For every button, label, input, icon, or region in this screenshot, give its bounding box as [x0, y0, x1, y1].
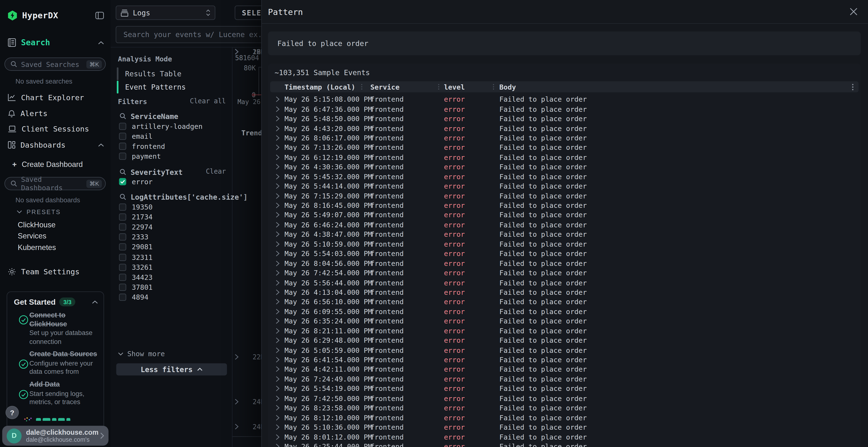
expand-chevron-icon[interactable]: [270, 125, 284, 131]
sidebar-item-team-settings[interactable]: Team Settings: [8, 266, 104, 277]
filter-checkbox-row[interactable]: frontend: [119, 142, 165, 151]
filter-checkbox-row[interactable]: 29081: [119, 243, 153, 251]
expand-chevron-icon[interactable]: [270, 405, 284, 411]
checkbox-unchecked[interactable]: [119, 294, 126, 301]
event-row[interactable]: May 26 6:46:24.000 PM frontend error Fai…: [270, 220, 859, 230]
event-row[interactable]: May 26 6:35:24.000 PM frontend error Fai…: [270, 316, 859, 326]
event-row[interactable]: May 26 6:25:44.000 PM frontend error Fai…: [270, 442, 859, 447]
checkbox-unchecked[interactable]: [119, 233, 126, 241]
sidebar-item-alerts[interactable]: Alerts: [8, 108, 104, 119]
expand-chevron-icon[interactable]: [270, 347, 284, 353]
filter-checkbox-row[interactable]: 19350: [119, 202, 153, 211]
expand-chevron-icon[interactable]: [270, 106, 284, 112]
event-row[interactable]: May 26 5:10:59.000 PM frontend error Fai…: [270, 239, 859, 249]
filter-checkbox-row[interactable]: 32311: [119, 253, 153, 262]
event-row[interactable]: May 26 6:09:55.000 PM frontend error Fai…: [270, 307, 859, 316]
event-row[interactable]: May 26 4:43:20.000 PM frontend error Fai…: [270, 124, 859, 133]
create-dashboard-button[interactable]: + Create Dashboard: [12, 159, 104, 170]
event-row[interactable]: May 26 8:12:10.000 PM frontend error Fai…: [270, 413, 859, 422]
event-row[interactable]: May 26 5:05:59.000 PM frontend error Fai…: [270, 345, 859, 355]
mode-event-patterns[interactable]: Event Patterns: [117, 81, 186, 94]
column-resize-handle-icon[interactable]: [438, 83, 444, 90]
expand-chevron-icon[interactable]: [235, 399, 239, 405]
event-row[interactable]: May 26 7:24:49.000 PM frontend error Fai…: [270, 374, 859, 384]
event-row[interactable]: May 26 5:45:32.000 PM frontend error Fai…: [270, 172, 859, 181]
expand-chevron-icon[interactable]: [270, 395, 284, 401]
checkbox-checked[interactable]: [119, 178, 126, 185]
event-row[interactable]: May 26 8:23:58.000 PM frontend error Fai…: [270, 403, 859, 413]
saved-searches-input[interactable]: Saved Searches ⌘K: [4, 58, 105, 71]
filter-checkbox-row[interactable]: 2333: [119, 233, 149, 242]
expand-chevron-icon[interactable]: [270, 135, 284, 141]
event-row[interactable]: May 26 5:44:14.000 PM frontend error Fai…: [270, 181, 859, 191]
expand-chevron-icon[interactable]: [270, 183, 284, 189]
expand-chevron-icon[interactable]: [270, 376, 284, 382]
clear-link[interactable]: Clear: [206, 168, 226, 175]
expand-chevron-icon[interactable]: [270, 414, 284, 420]
event-row[interactable]: May 26 8:16:45.000 PM frontend error Fai…: [270, 201, 859, 210]
expand-chevron-icon[interactable]: [270, 328, 284, 334]
chevron-up-icon[interactable]: [98, 143, 104, 147]
table-options-menu-icon[interactable]: [846, 83, 859, 91]
expand-chevron-icon[interactable]: [270, 280, 284, 286]
preset-item[interactable]: Kubernetes: [18, 243, 56, 252]
search-icon[interactable]: [120, 113, 126, 119]
expand-chevron-icon[interactable]: [270, 443, 284, 447]
checkbox-unchecked[interactable]: [119, 203, 126, 210]
get-started-item[interactable]: Create Data Sources Configure where your…: [29, 350, 100, 376]
event-row[interactable]: May 26 8:01:12.000 PM frontend error Fai…: [270, 432, 859, 442]
filter-checkbox-row[interactable]: payment: [119, 152, 161, 161]
filter-checkbox-row[interactable]: 34423: [119, 273, 153, 282]
expand-chevron-icon[interactable]: [270, 241, 284, 247]
expand-chevron-icon[interactable]: [270, 193, 284, 199]
sidebar-item-chart-explorer[interactable]: Chart Explorer: [8, 92, 104, 103]
event-row[interactable]: May 26 5:56:44.000 PM frontend error Fai…: [270, 278, 859, 287]
expand-chevron-icon[interactable]: [270, 357, 284, 363]
search-icon[interactable]: [120, 169, 126, 175]
filter-checkbox-row-error[interactable]: error: [119, 177, 153, 186]
expand-chevron-icon[interactable]: [270, 424, 284, 430]
expand-chevron-icon[interactable]: [270, 164, 284, 170]
get-started-item[interactable]: Connect to ClickHouse Set up your databa…: [29, 311, 100, 346]
sidebar-item-search[interactable]: Search: [8, 37, 104, 48]
expand-chevron-icon[interactable]: [270, 96, 284, 102]
expand-chevron-icon[interactable]: [270, 173, 284, 179]
search-icon[interactable]: [120, 194, 126, 200]
preset-item[interactable]: Services: [18, 232, 46, 241]
checkbox-unchecked[interactable]: [119, 223, 126, 231]
source-select[interactable]: Logs: [116, 5, 215, 20]
event-row[interactable]: May 26 8:04:56.000 PM frontend error Fai…: [270, 259, 859, 268]
saved-dashboards-input[interactable]: Saved Dashboards ⌘K: [4, 177, 105, 190]
expand-chevron-icon[interactable]: [270, 337, 284, 343]
event-row[interactable]: May 26 7:13:26.000 PM frontend error Fai…: [270, 143, 859, 152]
checkbox-unchecked[interactable]: [119, 213, 126, 220]
event-row[interactable]: May 26 6:56:10.000 PM frontend error Fai…: [270, 297, 859, 307]
sidebar-item-dashboards[interactable]: Dashboards: [8, 139, 104, 150]
expand-chevron-icon[interactable]: [270, 270, 284, 276]
event-row[interactable]: May 26 5:54:03.000 PM frontend error Fai…: [270, 249, 859, 259]
checkbox-unchecked[interactable]: [119, 153, 126, 160]
col-level[interactable]: level: [444, 82, 493, 91]
expand-chevron-icon[interactable]: [270, 289, 284, 295]
expand-chevron-icon[interactable]: [270, 260, 284, 266]
help-button[interactable]: ?: [5, 406, 19, 419]
filter-checkbox-row[interactable]: 33261: [119, 263, 153, 272]
event-row[interactable]: May 26 5:49:07.000 PM frontend error Fai…: [270, 210, 859, 220]
checkbox-unchecked[interactable]: [119, 123, 126, 130]
event-row[interactable]: May 26 7:15:29.000 PM frontend error Fai…: [270, 191, 859, 201]
expand-chevron-icon[interactable]: [270, 309, 284, 314]
get-started-item[interactable]: Add Data Start sending logs, metrics, or…: [29, 381, 100, 407]
column-resize-handle-icon[interactable]: [361, 83, 370, 90]
preset-item[interactable]: ClickHouse: [18, 220, 56, 229]
presets-toggle[interactable]: PRESETS: [17, 209, 61, 215]
filter-checkbox-row[interactable]: 21734: [119, 212, 153, 221]
col-service[interactable]: Service: [370, 82, 438, 91]
expand-chevron-icon[interactable]: [270, 251, 284, 257]
collapse-sidebar-icon[interactable]: [95, 11, 104, 19]
expand-chevron-icon[interactable]: [270, 231, 284, 237]
event-row[interactable]: May 26 8:06:17.000 PM frontend error Fai…: [270, 133, 859, 143]
less-filters-button[interactable]: Less filters: [116, 363, 227, 375]
mode-results-table[interactable]: Results Table: [117, 67, 181, 80]
event-row[interactable]: May 26 5:54:19.000 PM frontend error Fai…: [270, 384, 859, 393]
event-row[interactable]: May 26 4:30:36.000 PM frontend error Fai…: [270, 162, 859, 172]
